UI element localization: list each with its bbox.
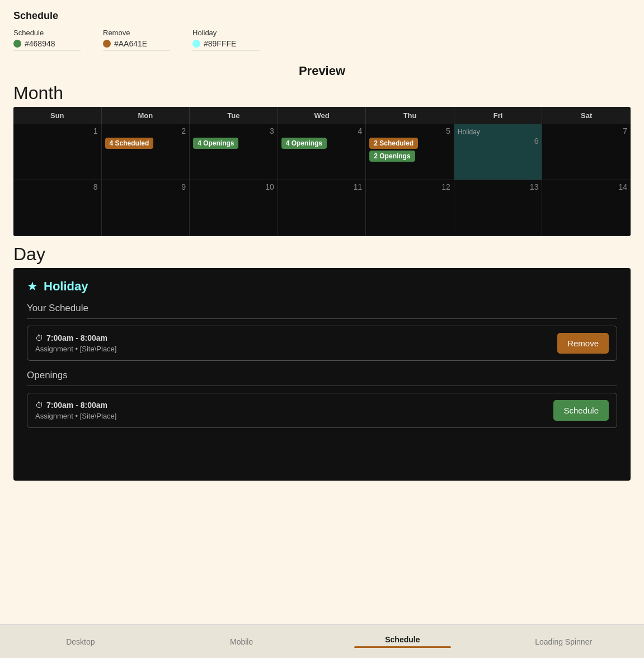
color-value-schedule: #468948 — [13, 39, 81, 50]
date-11: 11 — [281, 182, 363, 191]
preview-title: Preview — [0, 64, 644, 78]
header-tue: Tue — [190, 107, 278, 124]
cal-day-14[interactable]: 14 — [542, 180, 631, 236]
color-hex-holiday: #89FFFE — [204, 39, 236, 48]
holiday-day-text: Holiday — [44, 279, 88, 294]
header-wed: Wed — [278, 107, 366, 124]
nav-mobile-label: Mobile — [230, 637, 253, 646]
schedule-button[interactable]: Schedule — [553, 400, 609, 421]
date-10: 10 — [193, 182, 274, 191]
date-12: 12 — [369, 182, 450, 191]
holiday-label-6: Holiday — [458, 128, 480, 136]
opening-slot-card: ⏱ 7:00am - 8:00am Assignment • [Site\Pla… — [27, 393, 617, 428]
date-8: 8 — [17, 182, 98, 191]
cal-day-5[interactable]: 5 2 Scheduled 2 Openings — [366, 124, 454, 180]
month-label: Month — [13, 83, 631, 104]
remove-button[interactable]: Remove — [557, 333, 609, 354]
color-value-holiday: #89FFFE — [192, 39, 260, 50]
schedule-divider — [27, 318, 617, 319]
date-14: 14 — [546, 182, 627, 191]
badge-2-openings: 2 Openings — [369, 151, 415, 162]
color-dot-holiday — [192, 40, 200, 48]
date-7: 7 — [546, 126, 627, 135]
schedule-assignment: Assignment • [Site\Place] — [35, 345, 116, 353]
color-label-holiday: Holiday — [192, 29, 260, 37]
color-hex-schedule: #468948 — [25, 39, 55, 48]
header-thu: Thu — [366, 107, 454, 124]
legend-section: Schedule Schedule #468948 Remove #AA641E… — [0, 0, 644, 56]
month-calendar: Sun Mon Tue Wed Thu Fri Sat 1 2 4 Schedu… — [13, 107, 631, 236]
date-4: 4 — [281, 126, 363, 135]
date-6: 6 — [458, 137, 539, 145]
holiday-header: ★ Holiday — [27, 279, 617, 294]
clock-icon-schedule: ⏱ — [35, 333, 43, 342]
cal-day-12[interactable]: 12 — [366, 180, 454, 236]
color-hex-remove: #AA641E — [114, 39, 147, 48]
color-label-schedule: Schedule — [13, 29, 81, 37]
color-dot-remove — [103, 40, 111, 48]
opening-assignment: Assignment • [Site\Place] — [35, 412, 116, 420]
nav-loading-spinner-label: Loading Spinner — [535, 637, 592, 646]
color-item-holiday: Holiday #89FFFE — [192, 29, 260, 50]
openings-divider — [27, 386, 617, 386]
nav-loading-spinner[interactable]: Loading Spinner — [483, 633, 644, 651]
openings-label: Openings — [27, 370, 617, 381]
color-legend-row: Schedule #468948 Remove #AA641E Holiday … — [13, 29, 631, 50]
opening-time-text: 7:00am - 8:00am — [46, 401, 107, 410]
main-content: Schedule Schedule #468948 Remove #AA641E… — [0, 0, 644, 520]
header-fri: Fri — [454, 107, 543, 124]
nav-schedule[interactable]: Schedule — [322, 631, 483, 652]
badge-4-scheduled: 4 Scheduled — [105, 138, 154, 149]
badge-4-openings-tue: 4 Openings — [193, 138, 238, 149]
calendar-header: Sun Mon Tue Wed Thu Fri Sat — [13, 107, 631, 124]
day-label: Day — [13, 244, 631, 265]
schedule-slot-info: ⏱ 7:00am - 8:00am Assignment • [Site\Pla… — [35, 333, 116, 353]
date-1: 1 — [17, 126, 98, 135]
cal-day-1[interactable]: 1 — [13, 124, 102, 180]
opening-slot-time: ⏱ 7:00am - 8:00am — [35, 401, 116, 410]
star-icon: ★ — [27, 279, 38, 294]
day-panel: ★ Holiday Your Schedule ⏱ 7:00am - 8:00a… — [13, 268, 631, 481]
date-3: 3 — [193, 126, 274, 135]
badge-4-openings-wed: 4 Openings — [281, 138, 327, 149]
cal-day-4[interactable]: 4 4 Openings — [278, 124, 366, 180]
nav-desktop[interactable]: Desktop — [0, 633, 161, 651]
legend-title: Schedule — [13, 10, 631, 22]
header-sun: Sun — [13, 107, 102, 124]
schedule-time-text: 7:00am - 8:00am — [46, 333, 107, 342]
clock-icon-opening: ⏱ — [35, 401, 43, 410]
cal-day-2[interactable]: 2 4 Scheduled — [102, 124, 190, 180]
nav-desktop-label: Desktop — [66, 637, 95, 646]
calendar-body: 1 2 4 Scheduled 3 4 Openings 4 4 Opening… — [13, 124, 631, 236]
badge-2-scheduled: 2 Scheduled — [369, 138, 418, 149]
header-mon: Mon — [102, 107, 190, 124]
date-13: 13 — [458, 182, 539, 191]
cal-day-6[interactable]: Holiday 6 — [454, 124, 543, 180]
color-label-remove: Remove — [103, 29, 170, 37]
cal-day-11[interactable]: 11 — [278, 180, 366, 236]
color-item-remove: Remove #AA641E — [103, 29, 170, 50]
your-schedule-label: Your Schedule — [27, 303, 617, 314]
nav-schedule-label: Schedule — [385, 635, 420, 644]
cal-day-3[interactable]: 3 4 Openings — [190, 124, 278, 180]
schedule-slot-card: ⏱ 7:00am - 8:00am Assignment • [Site\Pla… — [27, 326, 617, 361]
cal-day-13[interactable]: 13 — [454, 180, 543, 236]
color-dot-schedule — [13, 40, 21, 48]
opening-slot-info: ⏱ 7:00am - 8:00am Assignment • [Site\Pla… — [35, 401, 116, 420]
cal-day-9[interactable]: 9 — [102, 180, 190, 236]
color-item-schedule: Schedule #468948 — [13, 29, 81, 50]
nav-mobile[interactable]: Mobile — [161, 633, 322, 651]
bottom-nav: Desktop Mobile Schedule Loading Spinner — [0, 624, 644, 658]
date-9: 9 — [105, 182, 186, 191]
color-value-remove: #AA641E — [103, 39, 170, 50]
date-5: 5 — [369, 126, 450, 135]
cal-day-7[interactable]: 7 — [542, 124, 631, 180]
date-2: 2 — [105, 126, 186, 135]
cal-day-8[interactable]: 8 — [13, 180, 102, 236]
header-sat: Sat — [542, 107, 631, 124]
cal-day-10[interactable]: 10 — [190, 180, 278, 236]
schedule-slot-time: ⏱ 7:00am - 8:00am — [35, 333, 116, 342]
